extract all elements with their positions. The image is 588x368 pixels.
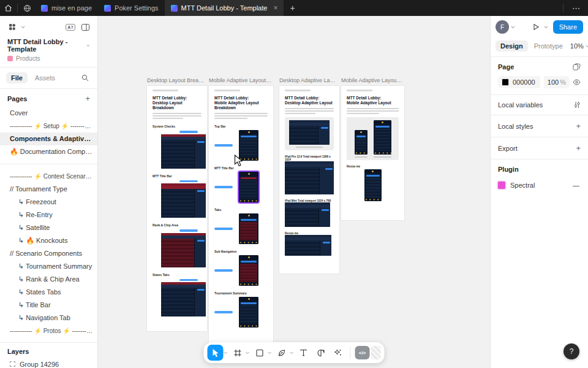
- file-tab-mtt-detail-lobby[interactable]: MTT Detail Lobby - Template ×: [165, 0, 284, 16]
- page-opacity-input[interactable]: 100 %: [544, 76, 570, 88]
- dev-mode-toggle[interactable]: </>: [355, 346, 381, 359]
- annotation-highlight[interactable]: [179, 131, 198, 133]
- page-item-separator[interactable]: ----------- ⚡ Protos ⚡ ------------: [0, 324, 97, 337]
- file-tab-mise-en-page[interactable]: mise en page: [35, 0, 98, 16]
- screenshot-thumbnail[interactable]: [289, 120, 330, 145]
- plugin-spectral-row[interactable]: Spectral: [510, 182, 535, 189]
- annotation-highlight[interactable]: [214, 228, 233, 230]
- canvas[interactable]: Desktop Layout Breakdo... Mobile Adaptiv…: [98, 16, 490, 368]
- screenshot-thumbnail-selected[interactable]: [239, 172, 258, 202]
- callout-box[interactable]: [285, 117, 334, 150]
- variables-sliders-icon[interactable]: [573, 101, 581, 109]
- annotation-highlight[interactable]: [179, 279, 198, 282]
- frame-label[interactable]: Mobile Adaptive Layout Br...: [209, 77, 273, 83]
- chevron-down-icon[interactable]: [544, 26, 548, 29]
- screenshot-thumbnail[interactable]: [285, 161, 334, 194]
- pen-tool[interactable]: [274, 345, 290, 361]
- frame-tool[interactable]: [230, 345, 246, 361]
- screenshot-thumbnail[interactable]: [239, 130, 258, 161]
- screenshot-thumbnail[interactable]: [239, 297, 258, 328]
- globe-icon[interactable]: [19, 0, 35, 16]
- annotation-highlight[interactable]: [179, 180, 198, 183]
- tab-prototype[interactable]: Prototype: [529, 40, 568, 52]
- tab-file[interactable]: File: [6, 72, 28, 83]
- chevron-down-icon[interactable]: [511, 26, 515, 29]
- page-item[interactable]: // Tournament Type: [0, 183, 97, 196]
- page-item[interactable]: ↳ Tournament Summary: [0, 260, 97, 273]
- page-item-separator[interactable]: ----------- ⚡ Context Scenarios ⚡ --...: [0, 170, 97, 183]
- page-item[interactable]: Cover: [0, 107, 97, 120]
- rectangle-tool[interactable]: [252, 345, 268, 361]
- toggle-sidebar-icon[interactable]: [79, 21, 91, 33]
- home-icon[interactable]: [0, 0, 16, 16]
- document-title[interactable]: MTT Detail Lobby - Template: [0, 37, 97, 53]
- search-icon[interactable]: [79, 72, 91, 84]
- annotation-highlight[interactable]: [179, 229, 198, 232]
- avatar[interactable]: F: [496, 20, 509, 34]
- screenshot-thumbnail[interactable]: [161, 183, 206, 218]
- annotation-highlight[interactable]: [214, 311, 233, 313]
- present-play-icon[interactable]: [530, 21, 542, 33]
- page-item[interactable]: ↳ Re-Entry: [0, 209, 97, 221]
- share-button[interactable]: Share: [553, 20, 583, 34]
- page-item[interactable]: ↳ Rank & Chip Area: [0, 273, 97, 286]
- chevron-down-icon[interactable]: [246, 351, 250, 355]
- zoom-level-control[interactable]: 10%: [570, 42, 588, 50]
- actions-sparkle-tool[interactable]: [330, 345, 346, 361]
- screenshot-thumbnail[interactable]: [364, 169, 382, 201]
- page-item[interactable]: ↳ Title Bar: [0, 299, 97, 312]
- close-tab-icon[interactable]: ×: [273, 4, 277, 12]
- overflow-menu-icon[interactable]: ⋯: [565, 4, 588, 13]
- page-color-input[interactable]: 000000: [498, 76, 540, 88]
- page-item[interactable]: ↳ Navigation Tab: [0, 312, 97, 324]
- page-item-separator[interactable]: ----------- ⚡ Setup ⚡ ------------: [0, 120, 97, 132]
- screenshot-thumbnail[interactable]: [161, 233, 206, 267]
- annotation-highlight[interactable]: [214, 186, 233, 188]
- screenshot-thumbnail[interactable]: [161, 282, 206, 316]
- page-item[interactable]: ↳ States Tabs: [0, 286, 97, 299]
- annotation-highlight[interactable]: [214, 144, 233, 147]
- chevron-down-icon[interactable]: [290, 351, 294, 355]
- screenshot-thumbnail[interactable]: [355, 130, 368, 155]
- text-tool[interactable]: [296, 345, 312, 361]
- frame-desktop-layout-breakdown[interactable]: MTT Detail Lobby:Desktop Layout Breakdow…: [147, 86, 207, 331]
- remove-plugin-icon[interactable]: —: [571, 182, 581, 189]
- comment-tool[interactable]: [313, 345, 329, 361]
- export-row[interactable]: Export: [498, 145, 518, 152]
- page-item[interactable]: ↳ 🔥 Knockouts: [0, 234, 97, 247]
- layer-item-group[interactable]: Group 14296: [0, 358, 97, 368]
- callout-box[interactable]: [347, 117, 399, 160]
- tab-design[interactable]: Design: [496, 40, 528, 52]
- help-button[interactable]: ?: [564, 343, 579, 359]
- screenshot-thumbnail[interactable]: [239, 255, 258, 286]
- local-variables-row[interactable]: Local variables: [498, 101, 543, 109]
- add-page-icon[interactable]: +: [85, 94, 90, 103]
- frame-mobile-adaptive-layout-breakdown[interactable]: MTT Detail Lobby:Mobile Adaptive Layout …: [209, 86, 273, 357]
- page-item[interactable]: 🔥 Documentation Components (temp...: [0, 145, 97, 158]
- chevron-down-icon[interactable]: [224, 351, 228, 355]
- frame-desktop-adaptive-layout[interactable]: MTT Detail Lobby:Desktop Adaptive Layout…: [279, 86, 339, 274]
- color-swatch[interactable]: [502, 79, 509, 86]
- annotation-highlight[interactable]: [214, 269, 233, 272]
- frame-label[interactable]: Desktop Layout Breakdo...: [147, 77, 206, 83]
- frame-label[interactable]: Desktop Adaptive Layou...: [279, 77, 338, 83]
- page-item-selected[interactable]: Components & Adaptive Layout: [0, 132, 97, 145]
- chevron-down-icon[interactable]: [268, 351, 272, 355]
- figma-menu-icon[interactable]: [6, 21, 18, 33]
- move-tool[interactable]: [208, 345, 224, 361]
- new-tab-button[interactable]: +: [284, 3, 301, 13]
- page-item[interactable]: // Scenario Components: [0, 247, 97, 260]
- screenshot-thumbnail[interactable]: [374, 120, 391, 155]
- frame-mobile-adaptive-layout[interactable]: MTT Detail Lobby:Mobile Adaptive Layout …: [341, 86, 404, 220]
- page-item[interactable]: ↳ Freezeout: [0, 196, 97, 209]
- styles-library-icon[interactable]: [573, 63, 581, 71]
- add-export-icon[interactable]: +: [576, 144, 581, 153]
- page-item[interactable]: ↳ Satellite: [0, 221, 97, 234]
- screenshot-thumbnail[interactable]: [285, 235, 331, 256]
- local-styles-row[interactable]: Local styles: [498, 123, 533, 130]
- tab-assets[interactable]: Assets: [30, 72, 60, 83]
- add-style-icon[interactable]: +: [576, 121, 581, 131]
- screenshot-thumbnail[interactable]: [239, 213, 258, 244]
- project-link[interactable]: Products: [0, 53, 97, 67]
- frame-label[interactable]: Mobile Adaptive Layout Br...: [341, 77, 404, 83]
